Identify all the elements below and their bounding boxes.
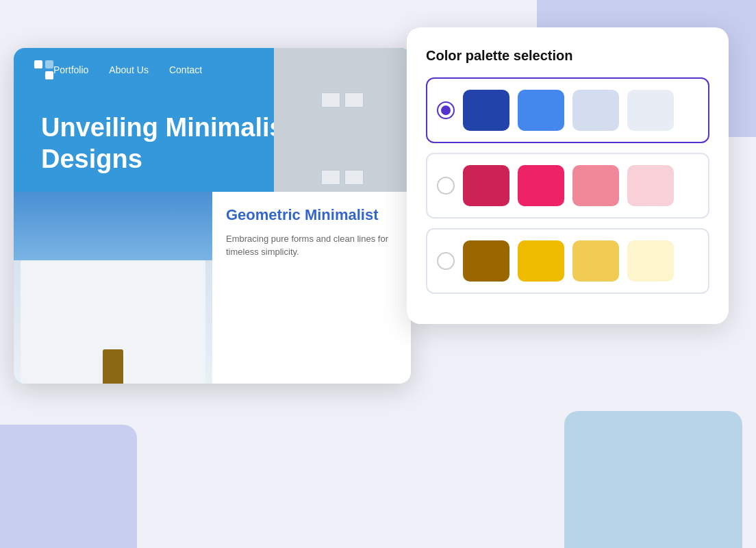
nav-link-contact[interactable]: Contact: [169, 64, 202, 75]
hero-section: Portfolio About Us Contact Unveiling Min…: [14, 48, 411, 384]
bg-shape-bottom-left: [0, 425, 137, 548]
swatch-blue4: [627, 90, 674, 131]
palette-radio-blue[interactable]: [437, 101, 455, 119]
nav-link-about[interactable]: About Us: [109, 64, 149, 75]
swatch-yellow1: [463, 240, 509, 282]
window-row-2: [321, 170, 364, 185]
swatch-blue3: [572, 90, 619, 131]
logo-icon: [34, 60, 53, 79]
arch-sky: [14, 192, 212, 260]
swatch-pink4: [627, 165, 674, 206]
nav-link-portfolio[interactable]: Portfolio: [53, 64, 88, 75]
section-text: Embracing pure forms and clean lines for…: [226, 232, 397, 259]
bottom-right-content: Geometric Minimalist Embracing pure form…: [212, 192, 411, 384]
swatch-blue1: [463, 90, 509, 131]
palette-row-blue[interactable]: [426, 77, 709, 143]
swatch-pink1: [463, 165, 509, 206]
window: [344, 92, 364, 108]
palette-row-pink[interactable]: [426, 153, 709, 219]
swatch-pink3: [572, 165, 619, 206]
palette-row-yellow[interactable]: [426, 228, 709, 294]
arch-building: [14, 192, 212, 384]
nav-links: Portfolio About Us Contact: [53, 64, 202, 75]
arch-building-body: [21, 260, 205, 384]
swatch-yellow3: [572, 240, 619, 282]
window: [321, 170, 340, 185]
palette-radio-yellow[interactable]: [437, 252, 455, 270]
section-title: Geometric Minimalist: [226, 206, 397, 225]
window: [344, 170, 364, 185]
arch-door: [103, 349, 123, 384]
palette-card: Color palette selection: [407, 27, 729, 324]
window: [321, 92, 340, 108]
logo-dot: [45, 60, 53, 68]
window-row-1: [321, 92, 364, 108]
bg-shape-bottom-right: [564, 411, 742, 548]
website-preview-card: Portfolio About Us Contact Unveiling Min…: [14, 48, 411, 384]
palette-radio-pink[interactable]: [437, 177, 455, 195]
swatch-blue2: [518, 90, 564, 131]
swatch-yellow2: [518, 240, 564, 282]
swatch-yellow4: [627, 240, 674, 282]
palette-title: Color palette selection: [426, 48, 709, 64]
swatch-pink2: [518, 165, 564, 206]
bottom-split: Geometric Minimalist Embracing pure form…: [14, 192, 411, 384]
bottom-left-image: [14, 192, 212, 384]
